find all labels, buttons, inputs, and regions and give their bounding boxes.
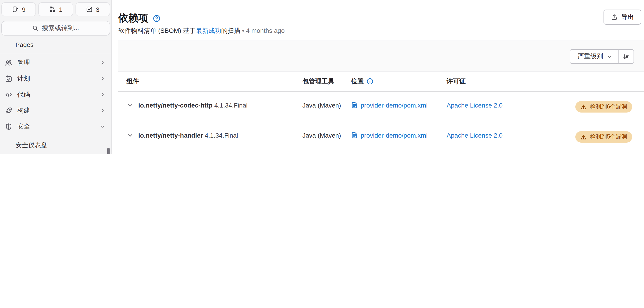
component-version: 4.1.34.Final <box>212 102 248 109</box>
counter-button-merge-request[interactable]: 1 <box>38 2 73 17</box>
license-cell: Apache License 2.0 <box>446 92 538 122</box>
location-cell: provider-demo/pom.xml <box>351 122 446 152</box>
row-expand-chevron-icon[interactable] <box>126 132 134 139</box>
vulnerability-badge-label: 检测到5个漏洞 <box>590 132 627 142</box>
counter-value: 3 <box>96 6 100 13</box>
warning-icon <box>580 134 587 140</box>
vulnerability-badge[interactable]: 检测到6个漏洞 <box>575 101 632 112</box>
sidebar-item-计划[interactable]: 计划 <box>2 71 109 87</box>
sidebar-nav: Pages管理计划代码构建安全安全仪表盘漏洞报告依赖列表许可证合规审计事件策略按… <box>0 37 112 154</box>
code-icon <box>5 91 12 98</box>
dependencies-table: 组件 包管理工具 位置 许可证 io.netty/netty-codec-htt… <box>118 72 644 154</box>
vulnerability-badge[interactable]: 检测到5个漏洞 <box>575 131 632 143</box>
merge-request-icon <box>49 6 56 13</box>
counter-button-todo[interactable]: 3 <box>75 2 110 17</box>
table-header-row: 组件 包管理工具 位置 许可证 <box>118 72 644 92</box>
row-expand-chevron-icon[interactable] <box>126 102 134 109</box>
export-button[interactable]: 导出 <box>604 10 641 25</box>
page-title: 依赖项 <box>118 12 148 25</box>
location-link[interactable]: provider-demo/pom.xml <box>361 102 428 109</box>
chevron-right-icon <box>100 60 106 66</box>
sidebar-divider <box>0 53 112 53</box>
license-cell: Apache License 2.0 <box>446 152 538 154</box>
vulnerability-badge-label: 检测到6个漏洞 <box>590 102 627 112</box>
scan-age: 4 months ago <box>246 27 285 34</box>
chevron-down-icon <box>100 123 106 129</box>
component-name: io.netty/netty-handler <box>138 132 203 139</box>
chevron-right-icon <box>100 76 106 82</box>
component-version: 4.1.34.Final <box>203 132 238 139</box>
sidebar-item-漏洞报告[interactable]: 漏洞报告 <box>2 152 109 154</box>
sidebar-scrollbar[interactable] <box>107 148 110 154</box>
table-row: io.netty/netty-handler 4.1.34.FinalJava … <box>118 122 644 152</box>
component-cell: io.netty/netty-codec-http 4.1.34.Final <box>118 92 302 122</box>
chevron-right-icon <box>100 92 106 97</box>
document-icon <box>351 102 358 108</box>
sidebar-item-代码[interactable]: 代码 <box>2 87 109 102</box>
location-link[interactable]: provider-demo/pom.xml <box>361 132 428 139</box>
severity-filter-dropdown[interactable]: 严重级别 <box>570 49 618 64</box>
sidebar-item-label: 安全仪表盘 <box>16 141 47 149</box>
sidebar-item-label: 构建 <box>17 106 30 115</box>
main-content: 依赖项 软件物料清单 (SBOM) 基于最新成功的扫描 • 4 months a… <box>112 0 644 154</box>
license-link[interactable]: Apache License 2.0 <box>446 132 502 139</box>
packager-cell: Java (Maven) <box>302 122 351 152</box>
page-subtitle: 软件物料清单 (SBOM) 基于最新成功的扫描 • 4 months ago <box>118 27 644 35</box>
search-icon <box>32 25 39 32</box>
license-link[interactable]: Apache License 2.0 <box>446 102 502 109</box>
sidebar-item-label: 安全 <box>17 122 30 130</box>
vulnerability-cell: 检测到6个漏洞 <box>538 92 644 122</box>
packager-cell: Java (Maven) <box>302 92 351 122</box>
sort-direction-button[interactable] <box>618 49 634 64</box>
vulnerability-cell: 检测到1个漏洞 <box>538 152 644 154</box>
search-input[interactable]: 搜索或转到... <box>1 21 110 36</box>
sidebar-item-label: 计划 <box>17 74 30 83</box>
counter-value: 9 <box>22 6 26 13</box>
sidebar-item-安全仪表盘[interactable]: 安全仪表盘 <box>2 138 109 152</box>
vulnerability-cell: 检测到5个漏洞 <box>538 122 644 152</box>
export-icon <box>611 14 618 21</box>
todo-icon <box>86 6 93 13</box>
table-row: io.springfox/springfox-swagger-ui 2.9.2J… <box>118 152 644 154</box>
sidebar-item-label: 代码 <box>17 90 30 99</box>
location-cell: provider-demo/pom.xml <box>351 92 446 122</box>
sidebar-item-安全[interactable]: 安全 <box>2 118 109 134</box>
chevron-right-icon <box>100 107 106 113</box>
license-cell: Apache License 2.0 <box>446 122 538 152</box>
column-header-license: 许可证 <box>446 77 538 85</box>
component-cell: io.springfox/springfox-swagger-ui 2.9.2 <box>118 152 302 154</box>
help-icon[interactable] <box>153 14 160 22</box>
document-icon <box>351 132 358 138</box>
rocket-icon <box>5 107 12 114</box>
counter-button-issues[interactable]: 9 <box>1 2 36 17</box>
sidebar-counters: 913 <box>0 0 112 17</box>
warning-icon <box>580 104 587 110</box>
info-icon[interactable] <box>366 78 374 85</box>
sidebar-item-label: Pages <box>16 41 34 48</box>
chevron-down-icon <box>607 54 612 59</box>
table-body: io.netty/netty-codec-http 4.1.34.FinalJa… <box>118 92 644 154</box>
column-header-component: 组件 <box>118 77 302 85</box>
users-icon <box>5 59 12 66</box>
sidebar-item-管理[interactable]: 管理 <box>2 55 109 71</box>
filter-toolbar: 严重级别 <box>118 41 644 72</box>
sidebar: 913 搜索或转到... Pages管理计划代码构建安全安全仪表盘漏洞报告依赖列… <box>0 0 112 154</box>
component-name: io.netty/netty-codec-http <box>138 102 212 109</box>
table-row: io.netty/netty-codec-http 4.1.34.FinalJa… <box>118 92 644 122</box>
sidebar-item-label: 管理 <box>17 59 30 67</box>
calendar-icon <box>5 75 12 82</box>
sidebar-item-Pages[interactable]: Pages <box>2 37 109 52</box>
sidebar-item-构建[interactable]: 构建 <box>2 102 109 118</box>
latest-scan-link[interactable]: 最新成功 <box>196 27 221 34</box>
column-header-packager: 包管理工具 <box>302 77 351 85</box>
app-window: 913 搜索或转到... Pages管理计划代码构建安全安全仪表盘漏洞报告依赖列… <box>0 0 644 154</box>
search-placeholder: 搜索或转到... <box>42 24 79 32</box>
sort-descending-icon <box>622 53 630 60</box>
shield-icon <box>5 123 12 130</box>
issues-icon <box>12 6 19 13</box>
column-header-location: 位置 <box>351 77 446 85</box>
counter-value: 1 <box>59 6 62 13</box>
packager-cell: Java (Maven) <box>302 152 351 154</box>
page-header: 依赖项 软件物料清单 (SBOM) 基于最新成功的扫描 • 4 months a… <box>118 0 644 35</box>
location-cell: provider-demo/pom.xml <box>351 152 446 154</box>
